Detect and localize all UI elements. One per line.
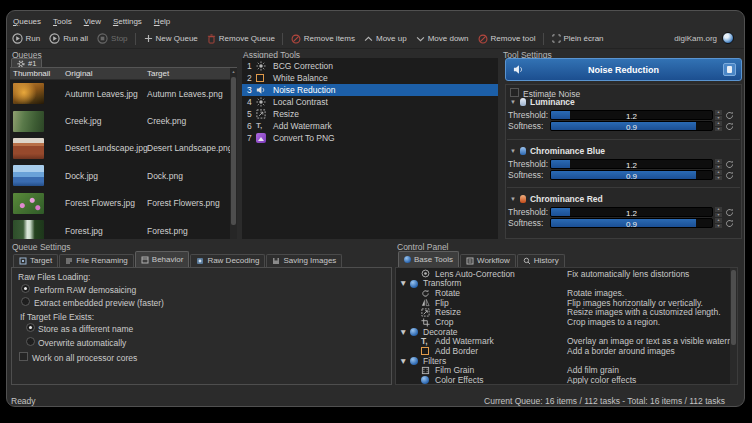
watermark-icon: T,: [256, 122, 262, 130]
tool-row-resize[interactable]: Resize Resize images with a customized l…: [396, 308, 737, 318]
radio-extract-embedded-preview-label: Extract embedded preview (faster): [34, 299, 164, 308]
assigned-tool-row[interactable]: 2 White Balance: [242, 72, 498, 84]
group-row-transform[interactable]: ▼ Transform: [396, 279, 737, 289]
reset-icon[interactable]: [725, 122, 734, 131]
tab-saving-images[interactable]: Saving Images: [266, 254, 342, 267]
chrominance-blue-section-header[interactable]: ▼ Chrominance Blue: [510, 147, 605, 156]
stop-button[interactable]: Stop: [93, 30, 132, 47]
tool-row-film-grain[interactable]: Film Grain Add film grain: [396, 366, 737, 376]
reset-tool-button[interactable]: [723, 63, 736, 76]
softness-spinbox[interactable]: ▲▼: [715, 218, 722, 228]
radio-store-different-name[interactable]: [26, 323, 35, 332]
softness-slider[interactable]: 0,9: [550, 121, 713, 131]
remove-tool-button[interactable]: Remove tool: [473, 30, 540, 47]
tool-row-add-watermark[interactable]: T, Add Watermark Overlay an image or tex…: [396, 337, 737, 347]
softness-spinbox[interactable]: ▲▼: [715, 121, 722, 131]
queue-item-row[interactable]: Creek.jpg Creek.png: [10, 107, 237, 134]
scrollbar-thumb[interactable]: [231, 77, 236, 225]
tool-row-lens-auto-correction[interactable]: Lens Auto-Correction Fix automatically l…: [396, 269, 737, 279]
threshold-spinbox[interactable]: ▲▼: [715, 110, 722, 120]
move-down-button[interactable]: Move down: [411, 30, 473, 47]
menu-tools[interactable]: Tools: [47, 17, 78, 27]
control-panel-scrollbar[interactable]: [730, 268, 737, 384]
resize-icon: [256, 109, 266, 119]
tool-row-add-border[interactable]: Add Border Add a border around images: [396, 347, 737, 357]
assigned-tool-row[interactable]: 1 BCG Correction: [242, 60, 498, 72]
assigned-tool-row[interactable]: 5 Resize: [242, 108, 498, 120]
radio-overwrite-automatically[interactable]: [26, 337, 35, 346]
transform-group-icon: [410, 280, 418, 288]
remove-items-button[interactable]: Remove items: [286, 30, 359, 47]
column-target[interactable]: Target: [147, 69, 237, 78]
menu-queues[interactable]: Queues: [7, 17, 47, 27]
tool-row-rotate[interactable]: Rotate Rotate images.: [396, 288, 737, 298]
menu-settings[interactable]: Settings: [107, 17, 148, 27]
chrominance-red-bulb-icon: [520, 195, 526, 203]
tab-behavior[interactable]: Behavior: [135, 251, 190, 267]
column-thumbnail[interactable]: Thumbnail: [10, 69, 65, 78]
queues-scrollbar[interactable]: ▲: [230, 68, 237, 239]
reset-icon[interactable]: [725, 219, 734, 228]
radio-perform-raw-demosaicing[interactable]: [21, 284, 30, 293]
menu-view[interactable]: View: [78, 17, 107, 27]
assigned-tool-row[interactable]: 4 Local Contrast: [242, 96, 498, 108]
move-up-button[interactable]: Move up: [359, 30, 411, 47]
estimate-noise-checkbox[interactable]: [510, 88, 519, 97]
radio-extract-embedded-preview[interactable]: [21, 297, 30, 306]
status-queue-info: Current Queue: 16 items / 112 tasks - To…: [484, 396, 725, 406]
assigned-tool-row[interactable]: 7 Convert To PNG: [242, 132, 498, 144]
fullscreen-button[interactable]: Plein écran: [547, 30, 608, 47]
threshold-slider[interactable]: 1,2: [550, 110, 713, 120]
assigned-tool-row[interactable]: 6 T, Add Watermark: [242, 120, 498, 132]
tab-raw-decoding[interactable]: Raw Decoding: [190, 254, 265, 267]
column-original[interactable]: Original: [65, 69, 147, 78]
queue-item-row[interactable]: Desert Landscape.jpg Desert Landscape.pn…: [10, 135, 237, 162]
work-all-cores-checkbox[interactable]: [19, 352, 28, 361]
group-row-filters[interactable]: ▼ Filters: [396, 356, 737, 366]
group-row-decorate[interactable]: ▼ Decorate: [396, 327, 737, 337]
digikam-globe-icon[interactable]: [722, 32, 734, 44]
tool-row-crop[interactable]: Crop Crop images to a region.: [396, 317, 737, 327]
assigned-tools-list: 1 BCG Correction 2 White Balance 3 Noise…: [242, 58, 498, 239]
scrollbar-thumb[interactable]: [731, 270, 736, 345]
remove-tool-icon: [478, 34, 488, 44]
menu-help[interactable]: Help: [148, 17, 176, 27]
reset-icon[interactable]: [725, 111, 734, 120]
threshold-slider[interactable]: 1,2: [550, 207, 713, 217]
tool-row-color-effects[interactable]: Color Effects Apply color effects: [396, 376, 737, 385]
raw-files-loading-label: Raw Files Loading:: [18, 273, 90, 282]
remove-queue-button[interactable]: Remove Queue: [202, 30, 279, 47]
tab-base-tools[interactable]: Base Tools: [398, 251, 459, 267]
tool-row-flip[interactable]: Flip Flip images horizontally or vertica…: [396, 298, 737, 308]
threshold-slider[interactable]: 1,2: [550, 159, 713, 169]
tab-workflow[interactable]: Workflow: [460, 254, 516, 267]
queue-item-row[interactable]: Autumn Leaves.jpg Autumn Leaves.png: [10, 80, 237, 107]
threshold-spinbox[interactable]: ▲▼: [715, 159, 722, 169]
queue-item-row[interactable]: Dock.jpg Dock.png: [10, 162, 237, 189]
chrominance-red-section-header[interactable]: ▼ Chrominance Red: [510, 195, 603, 204]
new-queue-button[interactable]: New Queue: [139, 30, 202, 47]
luminance-section-header[interactable]: ▼ Luminance: [510, 98, 575, 107]
queue-item-row[interactable]: Forest Flowers.jpg Forest Flowers.png: [10, 190, 237, 217]
tab-file-renaming[interactable]: File Renaming: [59, 254, 134, 267]
digikam-brand-label[interactable]: digiKam.org: [674, 34, 717, 44]
tab-target[interactable]: Target: [13, 254, 58, 267]
tab-history[interactable]: History: [517, 254, 565, 267]
softness-slider[interactable]: 0,9: [550, 170, 713, 180]
tool-settings-header-label: Noise Reduction: [524, 65, 723, 75]
assigned-tool-row-selected[interactable]: 3 Noise Reduction: [242, 84, 498, 96]
behavior-tab-icon: [141, 256, 149, 264]
reset-icon[interactable]: [725, 171, 734, 180]
run-all-button[interactable]: Run all: [45, 30, 93, 47]
reset-icon[interactable]: [725, 160, 734, 169]
control-panel-tabs: Base Tools Workflow History: [398, 251, 566, 267]
threshold-spinbox[interactable]: ▲▼: [715, 207, 722, 217]
luminance-bulb-icon: [520, 98, 526, 106]
reset-icon[interactable]: [725, 208, 734, 217]
softness-slider[interactable]: 0,9: [550, 218, 713, 228]
trash-icon: [207, 34, 216, 44]
run-button[interactable]: Run: [7, 30, 45, 47]
queue-item-row[interactable]: Forest.jpg Forest.png: [10, 217, 237, 239]
scroll-up-arrow[interactable]: ▲: [230, 68, 237, 75]
softness-spinbox[interactable]: ▲▼: [715, 170, 722, 180]
